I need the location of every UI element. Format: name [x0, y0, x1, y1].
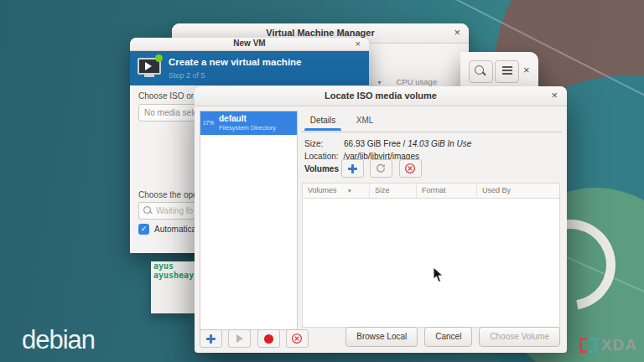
storage-pool-list[interactable]: 17% default Filesystem Directory: [200, 111, 298, 330]
volumes-label: Volumes: [304, 164, 339, 173]
cpu-usage-label: CPU usage: [397, 77, 438, 86]
pool-type: Filesystem Directory: [219, 124, 276, 132]
record-stop-icon: [264, 334, 273, 344]
dialog-title: Locate ISO media volume: [195, 90, 567, 101]
window-terminal-fragment[interactable]: ayus ayusheay: [151, 261, 195, 313]
column-header-used-by[interactable]: Used By: [477, 184, 559, 198]
refresh-icon: [375, 163, 387, 174]
pool-item-default-selected[interactable]: 17% default Filesystem Directory: [200, 111, 297, 135]
pool-detail-pane: Details XML Size: 66.93 GiB Free / 14.03…: [301, 111, 562, 328]
search-button[interactable]: [469, 60, 493, 83]
size-used-value: 14.03 GiB In Use: [408, 139, 471, 148]
tab-details[interactable]: Details: [301, 111, 345, 131]
delete-volume-button[interactable]: [399, 159, 422, 178]
column-header-format[interactable]: Format: [417, 184, 477, 198]
dialog-action-buttons: Browse Local Cancel Choose Volume: [345, 327, 560, 347]
detail-tabs: Details XML: [301, 111, 562, 132]
newvm-titlebar[interactable]: New VM ×: [130, 38, 369, 51]
size-free-value: 66.93 GiB Free /: [344, 139, 405, 148]
autodetect-label: Automatica: [154, 225, 196, 234]
pool-name: default: [219, 114, 247, 123]
choose-volume-button[interactable]: Choose Volume: [479, 327, 560, 347]
stop-pool-button[interactable]: [257, 329, 280, 348]
dialog-titlebar[interactable]: Locate ISO media volume ×: [195, 86, 567, 106]
volumes-table-header: Volumes▼ Size Format Used By: [303, 184, 559, 199]
delete-pool-button[interactable]: [286, 329, 309, 348]
media-entry-value: No media sele: [139, 108, 198, 117]
xda-wordmark: XDA: [601, 336, 637, 354]
pool-usage-percent: 17%: [203, 120, 214, 126]
vmm-close-icon[interactable]: ×: [454, 27, 460, 38]
size-row: Size: 66.93 GiB Free / 14.03 GiB In Use: [304, 139, 471, 148]
tab-xml[interactable]: XML: [348, 111, 382, 131]
virtual-machine-icon: [138, 56, 163, 80]
sort-indicator-icon: ▼: [377, 80, 382, 85]
column-header-volumes[interactable]: Volumes▼: [303, 184, 370, 198]
search-icon: [143, 206, 151, 214]
terminal-prompt-line: ayus: [151, 261, 195, 271]
delete-circle-icon: [291, 333, 303, 344]
wizard-title: Create a new virtual machine: [169, 57, 302, 67]
start-pool-button[interactable]: [228, 329, 251, 348]
autodetect-checkbox-row[interactable]: ✓ Automatica: [138, 224, 196, 235]
pool-toolbar: [200, 329, 311, 348]
sort-indicator-icon: ▼: [347, 188, 352, 194]
vmm-window-title: Virtual Machine Manager: [172, 28, 469, 38]
newvm-close-icon[interactable]: ×: [356, 39, 361, 49]
browse-local-button[interactable]: Browse Local: [345, 327, 418, 347]
choose-media-label: Choose ISO or C: [138, 91, 202, 101]
aux-close-icon[interactable]: ×: [523, 65, 530, 75]
volumes-table[interactable]: Volumes▼ Size Format Used By: [302, 183, 560, 328]
newvm-window-title: New VM: [130, 39, 369, 48]
desktop: debian XDA Virtual Machine Manager × ▼ C…: [0, 0, 644, 362]
delete-circle-icon: [404, 163, 416, 174]
debian-wordmark: debian: [22, 325, 95, 355]
search-icon: [475, 65, 484, 75]
refresh-volumes-button[interactable]: [370, 159, 392, 178]
newvm-header-banner: Create a new virtual machine Step 2 of 5: [130, 51, 369, 85]
checkbox-checked-icon[interactable]: ✓: [138, 224, 149, 235]
location-label: Location:: [304, 152, 339, 161]
column-header-size[interactable]: Size: [370, 184, 417, 198]
volumes-toolbar: [341, 159, 424, 178]
mouse-cursor: [433, 266, 444, 283]
wizard-step: Step 2 of 5: [169, 71, 205, 80]
xda-logo-icon: [578, 338, 598, 353]
choose-os-label: Choose the ope: [138, 190, 198, 199]
play-icon: [236, 334, 243, 343]
size-label: Size:: [304, 139, 323, 148]
add-pool-button[interactable]: [200, 329, 222, 348]
hamburger-menu-icon: [502, 66, 512, 75]
vmm-cpu-usage-column-header[interactable]: ▼ CPU usage: [377, 77, 437, 86]
dialog-close-icon[interactable]: ×: [551, 90, 558, 101]
terminal-prompt-line: ayusheay: [151, 271, 195, 280]
xda-watermark: XDA: [578, 336, 637, 354]
menu-button[interactable]: [495, 60, 519, 83]
dialog-locate-iso-media-volume: Locate ISO media volume × 17% default Fi…: [195, 86, 567, 353]
add-volume-button[interactable]: [341, 159, 364, 178]
cancel-button[interactable]: Cancel: [424, 327, 472, 347]
